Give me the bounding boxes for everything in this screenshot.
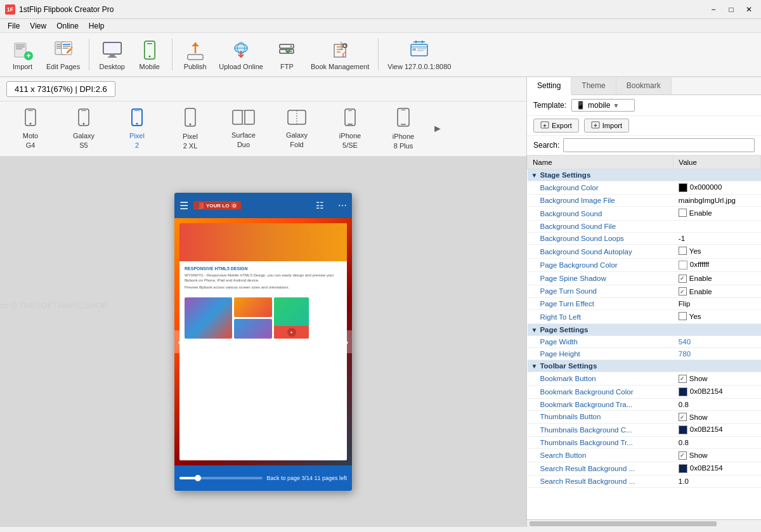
property-value[interactable]: 0x000000 [673, 181, 761, 195]
device-iphone-8-plus[interactable]: iPhone 8 Plus [378, 105, 429, 152]
svg-rect-21 [147, 43, 152, 44]
menu-help[interactable]: Help [84, 20, 110, 32]
menu-view[interactable]: View [25, 20, 51, 32]
color-swatch[interactable] [679, 261, 687, 269]
property-value[interactable]: Show [673, 449, 761, 462]
publish-button[interactable]: Publish [178, 36, 212, 74]
devices-scroll-right[interactable]: ► [431, 122, 444, 136]
svg-rect-2 [16, 46, 25, 48]
export-import-row: Export Import [527, 116, 761, 136]
property-value[interactable]: 1.0 [673, 475, 761, 487]
menu-file[interactable]: File [3, 20, 25, 32]
checkbox[interactable] [679, 275, 687, 283]
property-value[interactable]: Show [673, 372, 761, 386]
property-name: Search Result Background ... [528, 475, 673, 487]
device-iphone-5se[interactable]: iPhone 5/SE [325, 106, 375, 152]
property-value[interactable]: -1 [673, 233, 761, 245]
fb-progress-fill [179, 477, 196, 479]
mobile-button[interactable]: Mobile [132, 36, 167, 74]
svg-rect-60 [345, 109, 355, 126]
group-toggle[interactable]: ▼ [531, 327, 538, 334]
fb-grid-icon[interactable]: ☷ [316, 200, 324, 211]
group-toggle[interactable]: ▼ [531, 172, 538, 179]
property-value[interactable]: Show [673, 410, 761, 424]
upload-online-button[interactable]: Upload Online [215, 36, 267, 74]
color-swatch[interactable] [679, 183, 687, 192]
fb-page-img-1 [185, 297, 232, 339]
export-label: Export [552, 122, 572, 129]
template-row: Template: 📱 mobile ▼ [527, 95, 761, 116]
maximize-button[interactable]: □ [724, 4, 738, 15]
export-icon [540, 121, 549, 130]
group-toggle[interactable]: ▼ [531, 363, 538, 370]
color-swatch[interactable] [679, 387, 687, 396]
checkbox[interactable] [679, 209, 687, 217]
device-pixel-2[interactable]: Pixel 2 [112, 106, 162, 152]
fb-content: ❮ ❯ RESPONSIVE HTML5 DESIGN WYSIWYG - Re… [174, 218, 352, 465]
property-value[interactable]: 780 [673, 348, 761, 360]
checkbox[interactable] [679, 375, 687, 383]
svg-point-47 [83, 123, 85, 125]
property-value[interactable]: 0x0B2154 [673, 385, 761, 398]
checkbox[interactable] [679, 312, 687, 320]
property-value[interactable]: Enable [673, 272, 761, 285]
property-value[interactable]: 0xffffff [673, 259, 761, 272]
settings-table-wrap[interactable]: Name Value ▼Stage SettingsBackground Col… [527, 155, 761, 519]
color-swatch[interactable] [679, 425, 687, 434]
fb-progress-bar[interactable] [179, 477, 263, 479]
device-surface-duo[interactable]: Surface Duo [218, 107, 269, 151]
checkbox[interactable] [679, 287, 687, 295]
fb-page-bullet-2: Preview flipbook across various screen s… [185, 285, 342, 290]
tab-bookmark[interactable]: Bookmark [616, 77, 672, 94]
table-row: Background Sound Loops-1 [528, 233, 761, 245]
property-value[interactable]: Flip [673, 298, 761, 310]
link-value[interactable]: 540 [679, 338, 691, 346]
property-value[interactable]: mainbgImgUrl.jpg [673, 195, 761, 207]
device-galaxy-fold[interactable]: Galaxy Fold [271, 107, 322, 151]
horizontal-scrollbar[interactable] [527, 519, 761, 527]
color-swatch[interactable] [679, 464, 687, 473]
minimize-button[interactable]: − [706, 4, 720, 15]
import-button[interactable]: + Import [5, 36, 40, 74]
property-value[interactable]: Yes [673, 310, 761, 324]
template-select[interactable]: 📱 mobile ▼ [571, 99, 635, 112]
property-value[interactable]: Yes [673, 245, 761, 259]
device-moto-g4[interactable]: Moto G4 [5, 106, 56, 152]
desktop-button[interactable]: Desktop [94, 36, 129, 74]
property-value[interactable]: 0.8 [673, 437, 761, 449]
svg-point-20 [148, 56, 150, 58]
svg-rect-61 [348, 124, 353, 125]
property-value[interactable]: 540 [673, 336, 761, 348]
property-value[interactable]: 0.8 [673, 398, 761, 410]
menu-online[interactable]: Online [51, 20, 84, 32]
ftp-button[interactable]: FTP [270, 36, 304, 74]
fb-more-icon[interactable]: ⋯ [338, 200, 347, 211]
property-value[interactable]: Enable [673, 207, 761, 221]
checkbox[interactable] [679, 451, 687, 460]
checkbox[interactable] [679, 247, 687, 255]
import-settings-button[interactable]: Import [584, 119, 629, 133]
svg-rect-63 [398, 108, 409, 126]
edit-pages-button[interactable]: Edit Pages [42, 36, 84, 74]
property-name: Background Image File [528, 195, 673, 207]
view-button[interactable]: View 127.0.0.1:8080 [384, 36, 455, 74]
device-galaxy-s5[interactable]: Galaxy S5 [58, 106, 109, 152]
iphone-5se-label2: 5/SE [342, 141, 358, 149]
link-value[interactable]: 780 [679, 350, 691, 358]
device-pixel-2-xl[interactable]: Pixel 2 XL [165, 105, 216, 152]
property-value[interactable]: 0x0B2154 [673, 462, 761, 475]
export-button[interactable]: Export [533, 119, 579, 133]
property-value[interactable]: Enable [673, 285, 761, 298]
property-value[interactable]: 0x0B2154 [673, 424, 761, 437]
fb-menu-icon[interactable]: ☰ [179, 200, 188, 212]
mobile-label: Mobile [140, 63, 160, 70]
checkbox[interactable] [679, 413, 687, 421]
book-management-button[interactable]: Book Management [307, 36, 373, 74]
table-row: Background SoundEnable [528, 207, 761, 221]
search-input[interactable] [563, 138, 755, 152]
tab-setting[interactable]: Setting [527, 77, 571, 95]
close-button[interactable]: ✕ [742, 4, 756, 15]
property-value[interactable] [673, 221, 761, 233]
search-row: Search: [527, 136, 761, 155]
tab-theme[interactable]: Theme [571, 77, 616, 94]
